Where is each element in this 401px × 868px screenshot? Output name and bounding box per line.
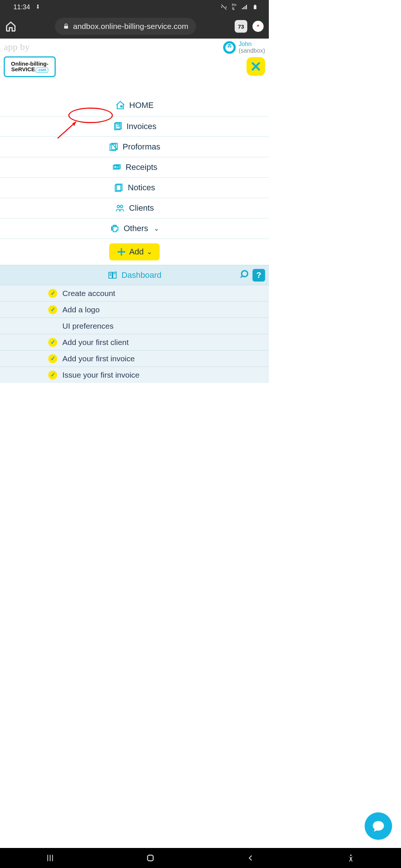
nav-label: Clients: [129, 203, 154, 213]
svg-line-37: [241, 276, 242, 277]
nav-item-receipts[interactable]: Receipts: [0, 157, 269, 178]
android-statusbar: 11:34 H+⇅: [0, 0, 269, 14]
svg-point-27: [117, 205, 120, 208]
nav-item-home[interactable]: HOME: [0, 94, 269, 116]
svg-point-28: [120, 205, 123, 208]
task-label: UI preferences: [62, 322, 114, 331]
close-icon: [250, 61, 261, 72]
lock-icon: [63, 23, 69, 30]
svg-rect-8: [64, 26, 68, 29]
browser-toolbar: andbox.online-billing-service.com 73: [0, 14, 269, 39]
vibrate-icon: [221, 4, 227, 10]
svg-point-30: [114, 225, 115, 227]
app-header: app by Online-billing- SeRVICE.com John …: [0, 39, 269, 91]
logo-line2: SeRVICE: [11, 66, 35, 72]
nav-item-others[interactable]: Others ⌄: [0, 218, 269, 239]
task-item-add-first-invoice[interactable]: ✓ Add your first invoice: [0, 350, 269, 366]
browser-home-icon[interactable]: [5, 21, 16, 32]
svg-rect-13: [121, 106, 122, 107]
nav-item-clients[interactable]: Clients: [0, 198, 269, 218]
proformas-icon: [108, 142, 119, 152]
url-bar[interactable]: andbox.online-billing-service.com: [55, 18, 196, 35]
user-name: John: [239, 41, 265, 47]
svg-point-29: [111, 228, 113, 229]
statusbar-time: 11:34: [13, 3, 30, 11]
dashboard-header: Dashboard ?: [0, 265, 269, 285]
task-label: Create account: [62, 289, 115, 298]
svg-rect-1: [38, 6, 39, 8]
nav-item-proformas[interactable]: Proformas: [0, 137, 269, 157]
plus-icon: [117, 247, 126, 257]
tab-count-value: 73: [238, 23, 244, 30]
url-text: andbox.online-billing-service.com: [73, 22, 189, 31]
invoices-icon: [113, 121, 123, 132]
task-label: Add your first invoice: [62, 354, 135, 363]
dashboard-title: Dashboard: [121, 270, 162, 280]
nav-label: Proformas: [123, 142, 160, 152]
browser-update-icon[interactable]: [252, 21, 264, 32]
svg-rect-32: [113, 272, 116, 278]
user-box[interactable]: John (sandbox): [223, 41, 265, 54]
nav-label: Others: [124, 224, 148, 233]
svg-rect-7: [254, 5, 256, 6]
svg-rect-3: [243, 7, 244, 9]
task-item-create-account[interactable]: ✓ Create account: [0, 285, 269, 301]
svg-rect-4: [245, 6, 245, 9]
home-icon: [115, 100, 125, 111]
check-icon: ✓: [48, 371, 57, 379]
task-label: Add your first client: [62, 338, 129, 347]
task-item-add-logo[interactable]: ✓ Add a logo: [0, 301, 269, 318]
user-mode: (sandbox): [239, 47, 265, 54]
receipts-icon: [111, 162, 122, 172]
svg-rect-5: [246, 5, 247, 9]
nav-item-invoices[interactable]: Invoices: [0, 116, 269, 137]
chevron-down-icon: ⌄: [152, 224, 159, 233]
nav-label: Invoices: [127, 122, 157, 131]
nav-label: Receipts: [125, 162, 157, 172]
svg-rect-2: [242, 8, 243, 9]
check-icon: ✓: [48, 289, 57, 298]
task-label: Add a logo: [62, 305, 100, 314]
download-icon: [35, 4, 41, 10]
logo-tld: .com: [36, 68, 48, 73]
chevron-down-icon: ⌄: [147, 248, 152, 256]
avatar: [223, 41, 236, 54]
task-item-issue-first-invoice[interactable]: ✓ Issue your first invoice: [0, 366, 269, 383]
main-nav: HOME Invoices Proformas Receipts Notices…: [0, 94, 269, 239]
app-logo[interactable]: Online-billing- SeRVICE.com: [4, 56, 56, 77]
search-icon[interactable]: [240, 269, 250, 282]
check-icon: ✓: [48, 305, 57, 314]
app-by-label: app by: [4, 42, 30, 53]
nav-label: HOME: [129, 101, 154, 110]
clients-icon: [115, 203, 125, 213]
signal-icon: [241, 4, 248, 10]
nav-label: Notices: [128, 183, 155, 193]
notices-icon: [114, 183, 124, 193]
puzzle-icon: [110, 223, 120, 234]
check-icon: ✓: [48, 338, 57, 347]
battery-icon: [252, 4, 258, 10]
check-icon: ✓: [48, 354, 57, 363]
task-item-add-first-client[interactable]: ✓ Add your first client: [0, 334, 269, 350]
task-item-ui-preferences[interactable]: UI preferences: [0, 318, 269, 334]
help-button[interactable]: ?: [252, 269, 265, 282]
svg-point-36: [242, 270, 248, 276]
svg-rect-6: [254, 5, 257, 9]
task-label: Issue your first invoice: [62, 371, 140, 379]
onboarding-tasks: ✓ Create account ✓ Add a logo UI prefere…: [0, 285, 269, 383]
tab-count-button[interactable]: 73: [235, 20, 247, 33]
nav-item-notices[interactable]: Notices: [0, 177, 269, 198]
close-menu-button[interactable]: [247, 57, 265, 76]
svg-point-12: [228, 44, 231, 46]
network-type-icon: H+⇅: [231, 4, 238, 10]
dashboard-icon: [107, 270, 118, 280]
add-button[interactable]: Add ⌄: [109, 243, 160, 260]
add-label: Add: [129, 247, 144, 257]
